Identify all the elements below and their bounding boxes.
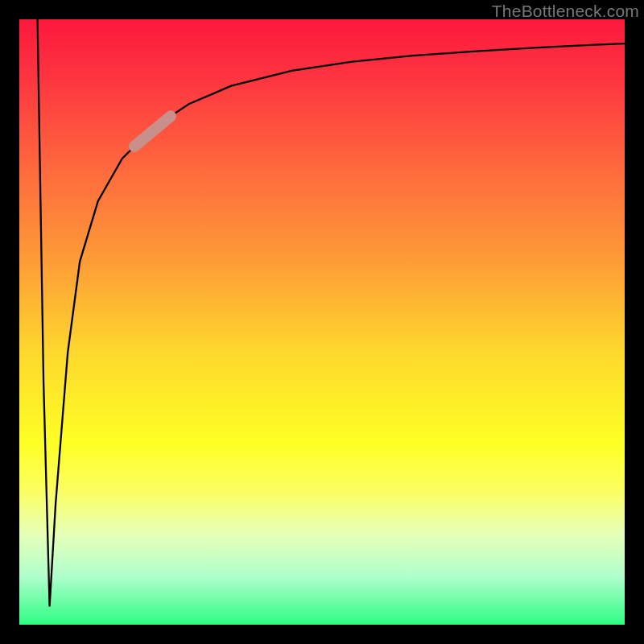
- axis-frame-bottom: [0, 625, 644, 644]
- watermark-text: TheBottleneck.com: [492, 2, 639, 21]
- plot-gradient-background: [19, 19, 625, 625]
- axis-frame-left: [0, 0, 19, 644]
- axis-frame-right: [625, 0, 644, 644]
